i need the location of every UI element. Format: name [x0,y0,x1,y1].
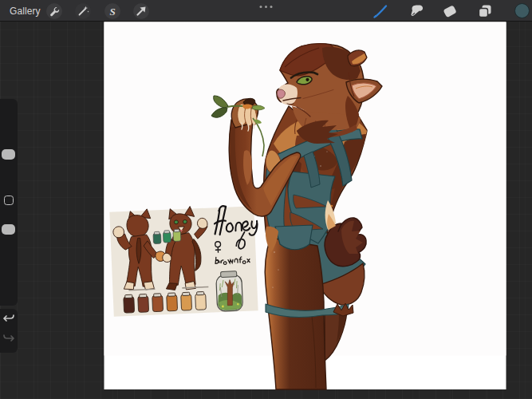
svg-text:S: S [109,5,115,17]
